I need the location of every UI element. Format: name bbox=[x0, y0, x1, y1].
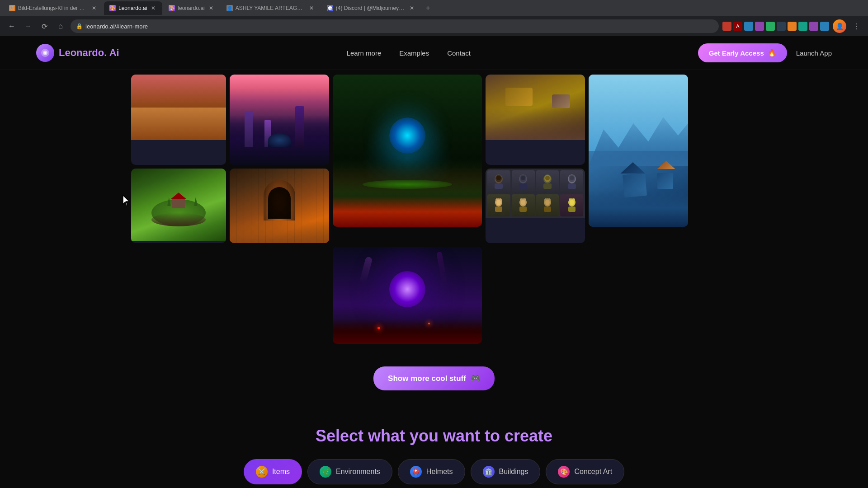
gallery-item-dungeon[interactable] bbox=[230, 169, 329, 243]
ext-8[interactable] bbox=[798, 22, 807, 31]
svg-point-27 bbox=[521, 200, 525, 205]
gallery-item-floating-island[interactable] bbox=[131, 169, 226, 243]
gallery-item-scifi-city[interactable] bbox=[230, 75, 329, 165]
svg-point-22 bbox=[496, 200, 501, 205]
reload-button[interactable]: ⟳ bbox=[38, 20, 51, 33]
items-icon: ⚔️ bbox=[256, 466, 268, 478]
items-label: Items bbox=[272, 468, 290, 476]
tab-4-favicon: 👤 bbox=[226, 5, 233, 11]
helmets-icon: ⛑️ bbox=[410, 466, 422, 478]
logo-text: Leonardo. Ai bbox=[59, 47, 119, 59]
tab-4-title: ASHLY YAMILE ARTEAGA BLAN... bbox=[236, 5, 305, 11]
profile-button[interactable]: 👤 bbox=[833, 19, 846, 33]
tab-5[interactable]: 💬 (4) Discord | @Midjourney Bot ✕ bbox=[321, 1, 421, 15]
category-tab-environments[interactable]: 🌿 Environments bbox=[307, 459, 392, 484]
svg-point-9 bbox=[521, 176, 525, 180]
concept-art-icon: 🎨 bbox=[558, 466, 570, 478]
svg-point-13 bbox=[545, 176, 550, 180]
tab-4[interactable]: 👤 ASHLY YAMILE ARTEAGA BLAN... ✕ bbox=[221, 1, 321, 15]
ext-7[interactable] bbox=[788, 22, 797, 31]
select-title-highlight: to create bbox=[485, 427, 552, 445]
gallery-item-desert[interactable] bbox=[131, 75, 226, 165]
tab-2[interactable]: 🎨 Leonardo.ai ✕ bbox=[104, 1, 162, 15]
menu-button[interactable]: ⋮ bbox=[850, 20, 863, 33]
environments-label: Environments bbox=[336, 468, 380, 476]
tab-3-close[interactable]: ✕ bbox=[208, 5, 215, 11]
navbar: Leonardo. Ai Learn more Examples Contact… bbox=[0, 36, 868, 70]
ext-4[interactable] bbox=[755, 22, 764, 31]
ext-1[interactable] bbox=[722, 22, 731, 31]
buildings-icon: 🏛️ bbox=[483, 466, 495, 478]
new-tab-button[interactable]: + bbox=[422, 2, 434, 14]
gamepad-icon: 🎮 bbox=[471, 374, 480, 383]
sprite-8 bbox=[560, 194, 583, 217]
svg-rect-38 bbox=[568, 206, 576, 212]
url-input[interactable]: 🔒 leonardo.ai/#learn-more bbox=[71, 19, 719, 33]
ext-10[interactable] bbox=[820, 22, 829, 31]
category-tab-items[interactable]: ⚔️ Items bbox=[244, 459, 302, 484]
svg-rect-18 bbox=[568, 183, 576, 189]
ext-3[interactable] bbox=[744, 22, 753, 31]
nav-links: Learn more Examples Contact bbox=[347, 49, 471, 57]
svg-rect-33 bbox=[544, 206, 551, 212]
ext-5[interactable] bbox=[766, 22, 775, 31]
tab-5-close[interactable]: ✕ bbox=[408, 5, 415, 11]
nav-learn-more[interactable]: Learn more bbox=[347, 49, 382, 57]
environments-icon: 🌿 bbox=[320, 466, 331, 478]
gallery-item-space-cave[interactable] bbox=[333, 247, 482, 344]
category-tab-concept-art[interactable]: 🎨 Concept Art bbox=[546, 459, 624, 484]
get-early-access-button[interactable]: Get Early Access 🔥 bbox=[698, 43, 787, 62]
svg-point-37 bbox=[570, 200, 574, 205]
sprite-7 bbox=[536, 194, 559, 217]
svg-rect-14 bbox=[543, 183, 552, 189]
svg-point-5 bbox=[496, 176, 501, 180]
browser-extensions: A bbox=[722, 22, 829, 31]
tab-5-title: (4) Discord | @Midjourney Bot bbox=[336, 5, 406, 11]
show-more-button[interactable]: Show more cool stuff 🎮 bbox=[373, 366, 495, 390]
tab-2-title: Leonardo.ai bbox=[118, 5, 147, 11]
gallery-item-cave-portal[interactable] bbox=[333, 75, 482, 227]
gallery-item-rocky[interactable] bbox=[486, 75, 585, 165]
tab-4-close[interactable]: ✕ bbox=[308, 5, 315, 11]
logo[interactable]: Leonardo. Ai bbox=[36, 44, 119, 62]
gallery-item-isometric-village[interactable] bbox=[589, 75, 688, 227]
sprite-3 bbox=[536, 170, 559, 193]
svg-rect-28 bbox=[519, 206, 527, 212]
nav-examples[interactable]: Examples bbox=[399, 49, 429, 57]
home-button[interactable]: ⌂ bbox=[54, 20, 67, 33]
ext-6[interactable] bbox=[777, 22, 786, 31]
category-tabs: ⚔️ Items 🌿 Environments ⛑️ Helmets 🏛️ Bu… bbox=[0, 459, 868, 484]
ext-2[interactable]: A bbox=[733, 22, 742, 31]
launch-app-button[interactable]: Launch App bbox=[796, 49, 832, 57]
buildings-label: Buildings bbox=[499, 468, 528, 476]
sprite-6 bbox=[512, 194, 535, 217]
tab-3-title: leonardo.ai bbox=[178, 5, 204, 11]
sprite-5 bbox=[487, 194, 510, 217]
lock-icon: 🔒 bbox=[76, 23, 83, 29]
ext-9[interactable] bbox=[809, 22, 818, 31]
tab-3-favicon: 🎨 bbox=[169, 5, 175, 11]
category-tab-helmets[interactable]: ⛑️ Helmets bbox=[398, 459, 465, 484]
gallery-item-character-sprites[interactable] bbox=[486, 169, 585, 243]
show-more-label: Show more cool stuff bbox=[388, 374, 466, 383]
svg-point-32 bbox=[545, 200, 550, 205]
forward-button[interactable]: → bbox=[22, 20, 34, 33]
tab-5-favicon: 💬 bbox=[327, 5, 333, 11]
concept-art-label: Concept Art bbox=[574, 468, 612, 476]
back-button[interactable]: ← bbox=[5, 20, 18, 33]
gallery-section bbox=[0, 75, 868, 344]
tab-1[interactable]: 🖼 Bild-Erstellungs-KI in der Übers... ✕ bbox=[4, 1, 103, 15]
tab-2-favicon: 🎨 bbox=[109, 5, 116, 11]
nav-contact[interactable]: Contact bbox=[447, 49, 471, 57]
tab-3[interactable]: 🎨 leonardo.ai ✕ bbox=[163, 1, 220, 15]
select-title: Select what you want to create bbox=[0, 427, 868, 446]
tab-1-close[interactable]: ✕ bbox=[90, 5, 98, 11]
tab-2-close[interactable]: ✕ bbox=[150, 5, 157, 11]
tab-bar: 🖼 Bild-Erstellungs-KI in der Übers... ✕ … bbox=[0, 0, 868, 16]
select-title-start: Select what you want bbox=[316, 427, 480, 445]
browser-chrome: 🖼 Bild-Erstellungs-KI in der Übers... ✕ … bbox=[0, 0, 868, 36]
sprite-2 bbox=[512, 170, 535, 193]
category-tab-buildings[interactable]: 🏛️ Buildings bbox=[471, 459, 541, 484]
nav-actions: Get Early Access 🔥 Launch App bbox=[698, 43, 832, 62]
tab-1-favicon: 🖼 bbox=[9, 5, 15, 11]
